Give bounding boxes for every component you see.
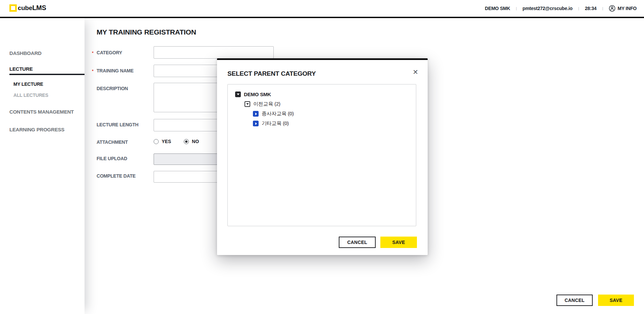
description-label: DESCRIPTION [97, 86, 128, 91]
sidebar-item-learning-progress[interactable]: LEARNING PROGRESS [9, 127, 64, 132]
my-info-label: MY INFO [618, 6, 637, 11]
top-header: cube LMS DEMO SMK | pmtest272@crscube.io… [0, 0, 644, 18]
brand-logo[interactable]: cube LMS [9, 4, 46, 12]
select-parent-category-modal: SELECT PARENT CATEGORY ✕ DEMO SMK 이전교육 (… [217, 58, 428, 255]
tree-item-label: 이전교육 (2) [253, 101, 280, 107]
sidebar-item-my-lecture[interactable]: MY LECTURE [13, 81, 43, 87]
tree-item-other-education[interactable]: 기타교육 (0) [228, 119, 416, 128]
sidebar: DASHBOARD LECTURE MY LECTURE ALL LECTURE… [0, 18, 85, 314]
attachment-label: ATTACHMENT [97, 139, 128, 145]
training-name-label: TRAINING NAME [97, 68, 133, 73]
category-label: CATEGORY [97, 50, 122, 55]
save-button[interactable]: SAVE [598, 295, 634, 306]
person-icon [609, 5, 615, 12]
sidebar-active-underline [9, 74, 85, 75]
category-input[interactable] [154, 46, 274, 59]
attachment-option-no[interactable]: NO [184, 139, 199, 144]
brand-name-cube: cube [18, 4, 32, 12]
tree-item-demo-smk[interactable]: DEMO SMK [228, 89, 416, 99]
tree-item-label: DEMO SMK [244, 91, 271, 97]
tree-item-label: 기타교육 (0) [262, 120, 289, 127]
collapse-caret-down-icon[interactable] [235, 91, 241, 97]
modal-title: SELECT PARENT CATEGORY [227, 70, 316, 77]
header-right: DEMO SMK | pmtest272@crscube.io | 28:34 … [485, 0, 637, 17]
attachment-yes-label: YES [162, 139, 171, 144]
category-tree: DEMO SMK 이전교육 (2) 종사자교육 (0) 기타교육 (0) [227, 84, 416, 226]
page-title: MY TRAINING REGISTRATION [97, 28, 196, 36]
modal-save-button[interactable]: SAVE [380, 237, 417, 248]
session-timer: 28:34 [585, 6, 597, 11]
radio-unchecked-icon [154, 139, 159, 144]
modal-cancel-button[interactable]: CANCEL [339, 237, 376, 248]
expand-caret-right-icon[interactable] [253, 111, 259, 117]
attachment-option-yes[interactable]: YES [154, 139, 171, 144]
sidebar-item-contents-management[interactable]: CONTENTS MANAGEMENT [9, 109, 74, 115]
collapse-caret-down-icon[interactable] [245, 101, 250, 107]
complete-date-label: COMPLETE DATE [97, 173, 136, 179]
required-asterisk: • [92, 68, 94, 73]
tree-item-worker-education[interactable]: 종사자교육 (0) [228, 109, 416, 119]
brand-logo-icon [9, 4, 17, 12]
header-separator: | [516, 6, 517, 10]
sidebar-item-all-lectures[interactable]: ALL LECTURES [13, 92, 48, 98]
cancel-button[interactable]: CANCEL [556, 295, 593, 306]
brand-name-lms: LMS [32, 4, 46, 12]
radio-checked-icon [184, 139, 189, 144]
user-email: pmtest272@crscube.io [523, 6, 573, 11]
header-separator: | [578, 6, 579, 10]
page: cube LMS DEMO SMK | pmtest272@crscube.io… [0, 0, 644, 314]
my-info-button[interactable]: MY INFO [609, 5, 637, 12]
file-upload-label: FILE UPLOAD [97, 156, 127, 161]
tree-item-prior-education[interactable]: 이전교육 (2) [228, 99, 416, 109]
header-separator: | [602, 6, 603, 10]
modal-button-row: CANCEL SAVE [339, 237, 417, 248]
org-name: DEMO SMK [485, 6, 510, 11]
attachment-no-label: NO [192, 139, 199, 144]
sidebar-item-dashboard[interactable]: DASHBOARD [9, 50, 42, 56]
close-icon[interactable]: ✕ [413, 69, 418, 75]
tree-item-label: 종사자교육 (0) [262, 111, 294, 117]
expand-caret-right-icon[interactable] [253, 121, 259, 126]
sidebar-item-lecture[interactable]: LECTURE [9, 66, 33, 72]
required-asterisk: • [92, 50, 94, 55]
lecture-length-label: LECTURE LENGTH [97, 122, 139, 127]
attachment-radio-group: YES NO [154, 139, 199, 144]
